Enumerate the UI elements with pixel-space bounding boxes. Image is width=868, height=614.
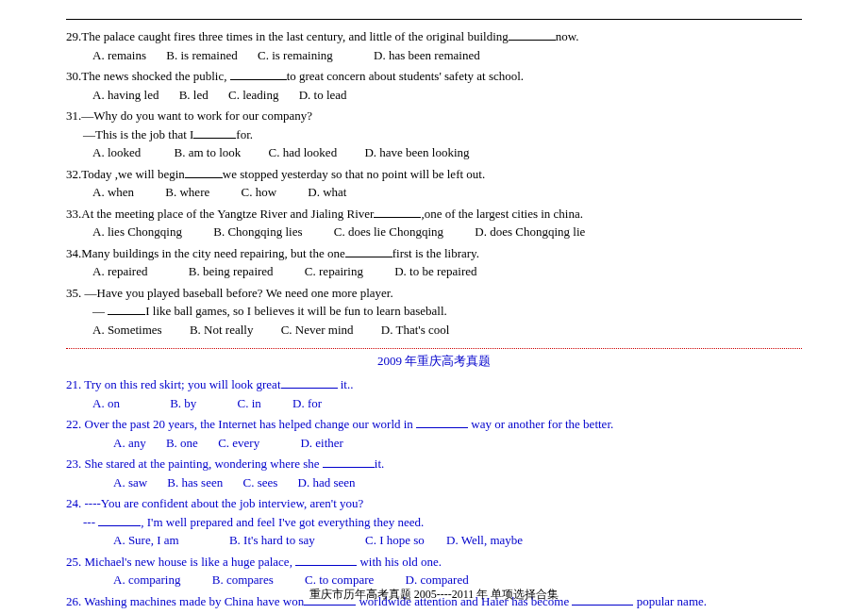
option: A. when [92, 183, 134, 202]
option: D. to be repaired [394, 262, 476, 281]
option: B. Not really [190, 321, 254, 340]
blank [374, 217, 421, 218]
option: D. has been remained [374, 46, 480, 65]
q-text: to great concern about students' safety … [287, 69, 524, 83]
option: D. have been looking [364, 143, 469, 162]
q-num: 35. [66, 286, 81, 300]
question-35: 35. —Have you played baseball before? We… [66, 284, 802, 340]
option: A. remains [92, 46, 146, 65]
page-footer: 重庆市历年高考真题 2005----2011 年 单项选择合集 [0, 587, 868, 603]
question-34: 34.Many buildings in the city need repai… [66, 244, 802, 281]
option: C. sees [242, 473, 277, 492]
option: D. to lead [299, 86, 347, 105]
question-32: 32.Today ,we will beginwe stopped yester… [66, 165, 802, 202]
option: A. having led [92, 86, 159, 105]
q-text: with his old one. [357, 555, 442, 569]
option: A. repaired [92, 262, 147, 281]
q-text: ,one of the largest cities in china. [421, 207, 583, 221]
horizontal-rule [66, 19, 802, 20]
option: C. repairing [305, 262, 363, 281]
option: D. That's cool [381, 321, 450, 340]
q-line1: —Have you played baseball before? We nee… [81, 286, 392, 300]
q-line1: ----You are confident about the job inte… [81, 496, 363, 510]
q-num: 30. [66, 69, 81, 83]
question-31: 31.—Why do you want to work for our comp… [66, 107, 802, 162]
blank [304, 605, 356, 606]
q-text: we stopped yesterday so that no point wi… [223, 167, 485, 181]
option: D. what [308, 183, 346, 202]
question-24: 24. ----You are confident about the job … [66, 494, 802, 550]
q-text: Michael's new house is like a huge palac… [81, 555, 295, 569]
option: B. Chongqing lies [213, 223, 302, 241]
question-30: 30.The news shocked the public, to great… [66, 67, 802, 104]
q-text: way or another for the better. [468, 417, 613, 431]
q-line1: —Why do you want to work for our company… [81, 108, 312, 123]
blank [185, 177, 223, 178]
q-text: Over the past 20 years, the Internet has… [81, 417, 416, 431]
option: D. for [292, 394, 322, 413]
q-num: 29. [66, 29, 81, 43]
option: C. had looked [269, 143, 338, 162]
option: B. where [165, 183, 209, 202]
q-num: 22. [66, 417, 81, 431]
q-num: 33. [66, 207, 81, 221]
option: B. It's hard to say [229, 531, 315, 550]
option: C. in [238, 394, 261, 413]
option: C. every [218, 434, 259, 453]
blank [323, 467, 375, 468]
blank [416, 427, 468, 428]
q-text: Many buildings in the city need repairin… [81, 246, 344, 260]
option: B. is remained [166, 46, 237, 65]
q-line2: — [92, 304, 108, 318]
option: D. does Chongqing lie [475, 223, 585, 241]
option: C. I hope so [365, 531, 425, 550]
q-num: 21. [66, 377, 81, 391]
option: B. one [166, 434, 198, 453]
section-title: 2009 年重庆高考真题 [66, 353, 802, 370]
q-text: Try on this red skirt; you will look gre… [81, 377, 280, 391]
option: B. am to look [175, 143, 242, 162]
q-line2: —This is the job that I [83, 127, 193, 141]
q-text: Today ,we will begin [81, 167, 185, 181]
blank [230, 79, 287, 80]
option: B. has seen [167, 473, 223, 492]
option: B. by [170, 394, 196, 413]
option: A. saw [113, 473, 147, 492]
q-text: now. [556, 29, 579, 43]
option: D. either [300, 434, 342, 453]
option: A. lies Chongqing [92, 223, 182, 241]
option: C. leading [228, 86, 278, 105]
option: B. being repaired [189, 262, 274, 281]
blank [281, 388, 338, 389]
q-num: 34. [66, 246, 81, 260]
option: A. any [113, 434, 146, 453]
q-line2: for. [236, 127, 253, 141]
option: C. is remaining [258, 46, 333, 65]
blank [345, 257, 392, 257]
section-blue: 21. Try on this red skirt; you will look… [66, 375, 802, 610]
q-num: 24. [66, 496, 81, 510]
q-text: She stared at the painting, wondering wh… [81, 456, 323, 471]
q-text: first is the library. [392, 246, 479, 260]
q-text: At the meeting place of the Yangtze Rive… [81, 207, 374, 221]
blank [295, 565, 357, 566]
question-21: 21. Try on this red skirt; you will look… [66, 375, 802, 412]
blank [509, 40, 556, 41]
q-line2: I like ball games, so I believes it will… [145, 304, 447, 318]
option: C. how [241, 183, 276, 202]
question-25: 25. Michael's new house is like a huge p… [66, 553, 802, 589]
question-22: 22. Over the past 20 years, the Internet… [66, 415, 802, 452]
option: B. led [179, 86, 209, 105]
blank [572, 605, 633, 606]
blank [98, 525, 141, 526]
q-num: 25. [66, 555, 81, 569]
option: C. Never mind [281, 321, 354, 340]
q-num: 31. [66, 108, 81, 123]
section-black: 29.The palace caught fires three times i… [66, 27, 802, 339]
option: A. on [92, 394, 120, 413]
blank [193, 138, 236, 139]
option: C. does lie Chongqing [334, 223, 443, 241]
q-line2: , I'm well prepared and feel I've got ev… [141, 515, 424, 529]
option: A. Sometimes [92, 321, 162, 340]
q-text: The palace caught fires three times in t… [81, 29, 509, 43]
